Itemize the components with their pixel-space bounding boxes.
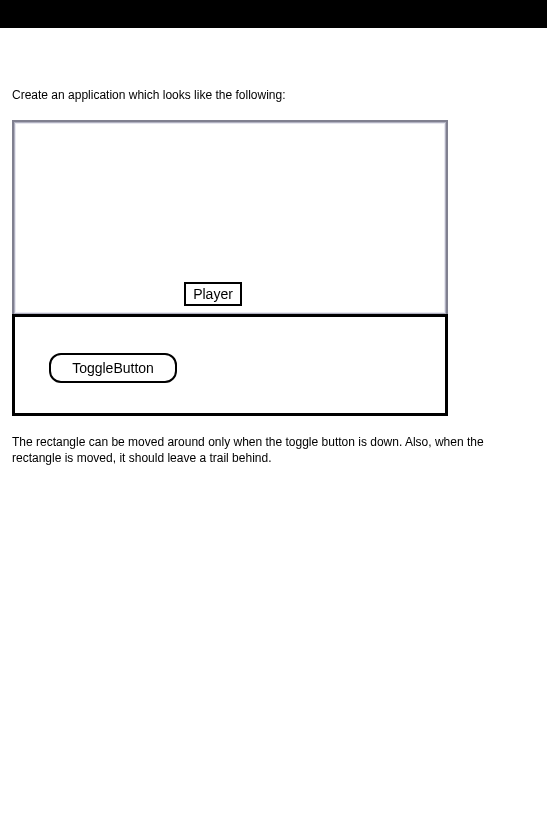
player-rectangle[interactable]: Player [184, 282, 242, 306]
controls-panel: ToggleButton [12, 314, 448, 416]
player-label: Player [193, 286, 233, 302]
application-mockup: Player ToggleButton [12, 120, 448, 416]
toggle-button[interactable]: ToggleButton [49, 353, 177, 383]
description-text: The rectangle can be moved around only w… [12, 434, 532, 466]
page-header-bar [0, 0, 547, 28]
canvas-panel: Player [12, 120, 448, 316]
toggle-button-label: ToggleButton [72, 360, 154, 376]
intro-text: Create an application which looks like t… [12, 88, 535, 102]
page-content: Create an application which looks like t… [0, 28, 547, 478]
